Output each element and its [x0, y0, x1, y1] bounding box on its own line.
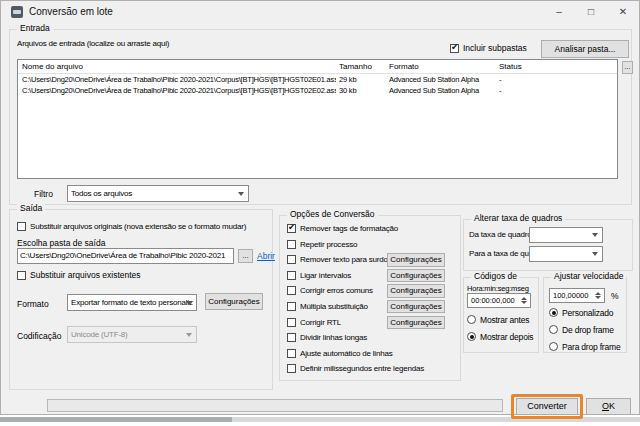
file-status: -: [499, 74, 501, 85]
option-settings-button[interactable]: Configurações: [387, 316, 445, 330]
radio-button[interactable]: [467, 315, 476, 324]
table-row[interactable]: C:\Users\Dng20\OneDrive\Área de Trabalho…: [18, 85, 617, 96]
option-checkbox[interactable]: [287, 333, 296, 342]
radio-button[interactable]: [549, 325, 558, 334]
option-checkbox[interactable]: [287, 224, 296, 233]
frame-rate-to-select[interactable]: [529, 246, 603, 262]
option-label: Ajuste automático de linhas: [300, 349, 392, 358]
file-size: 30 kb: [339, 85, 356, 96]
output-group-title: Saída: [17, 203, 45, 213]
option-label: Corrigir erros comuns: [300, 286, 373, 295]
output-browse-button[interactable]: ...: [238, 249, 253, 263]
filter-value: Todos os arquivos: [71, 189, 132, 198]
format-settings-button[interactable]: Configurações: [205, 293, 263, 310]
time-offset-stepper[interactable]: 00:00:00,000: [467, 293, 531, 308]
time-codes-format-label: Hora:min:seg:mseg: [467, 284, 529, 293]
option-label: Repetir processo: [300, 240, 357, 249]
scan-folder-button[interactable]: Analisar pasta...: [541, 40, 629, 58]
option-row: Ligar intervalos Configurações: [287, 270, 457, 286]
option-checkbox[interactable]: [287, 364, 296, 373]
option-label: Múltipla substituição: [300, 302, 368, 311]
radio-button[interactable]: [467, 332, 476, 341]
option-checkbox[interactable]: [287, 271, 296, 280]
option-checkbox[interactable]: [287, 255, 296, 264]
conversion-options-title: Opções de Conversão: [287, 209, 378, 219]
option-settings-button[interactable]: Configurações: [387, 300, 445, 314]
radio-label: Personalizado: [562, 308, 613, 318]
option-settings-button[interactable]: Configurações: [387, 284, 445, 298]
background-scrollbar-thumb[interactable]: [0, 417, 232, 422]
option-row: Corrigir RTL Configurações: [287, 317, 457, 333]
minimize-icon[interactable]: –: [543, 1, 575, 23]
radio-button[interactable]: [549, 308, 558, 317]
screenshot: Conversão em lote – □ ✕ Entrada Arquivos…: [0, 0, 640, 426]
list-more-button[interactable]: ...: [622, 61, 633, 74]
format-value: Exportar formato de texto personaliz: [71, 298, 193, 307]
format-label: Formato: [17, 299, 49, 309]
overwrite-existing-checkbox[interactable]: [17, 271, 26, 280]
option-row: Repetir processo: [287, 239, 457, 255]
output-folder-value: C:\Users\Dng20\OneDrive\Área de Trabalho…: [20, 251, 225, 260]
encoding-value: Unicode (UTF-8): [71, 330, 128, 339]
ok-rest: K: [609, 401, 615, 411]
encoding-label: Codificação: [17, 331, 61, 341]
frame-rate-group-title: Alterar taxa de quadros: [471, 213, 565, 223]
app-icon: [11, 6, 23, 18]
column-name[interactable]: Nome do arquivo: [22, 60, 336, 74]
file-list-header[interactable]: Nome do arquivo Tamanho Formato Status: [18, 60, 617, 74]
file-rows: C:\Users\Dng20\OneDrive\Área de Trabalho…: [18, 74, 617, 96]
frame-rate-from-select[interactable]: [529, 227, 603, 243]
close-icon[interactable]: ✕: [607, 1, 639, 23]
option-label: Corrigir RTL: [300, 318, 341, 327]
replace-original-label: Substituir arquivos originais (nova exte…: [30, 222, 246, 231]
input-group-title: Entrada: [17, 23, 53, 33]
option-settings-button[interactable]: Configurações: [387, 269, 445, 283]
format-select[interactable]: Exportar formato de texto personaliz: [67, 294, 197, 311]
file-status: -: [499, 85, 501, 96]
filter-select[interactable]: Todos os arquivos: [67, 185, 249, 202]
option-row: Remover texto para surdos Configurações: [287, 254, 457, 270]
option-checkbox[interactable]: [287, 302, 296, 311]
include-subfolders-checkbox[interactable]: [450, 44, 459, 53]
include-subfolders-label: Incluir subpastas: [463, 43, 527, 53]
adjust-speed-group-title: Ajustar velocidade: [551, 271, 626, 281]
option-checkbox[interactable]: [287, 240, 296, 249]
option-row: Remover tags de formatação: [287, 223, 457, 239]
batch-convert-dialog: Conversão em lote – □ ✕ Entrada Arquivos…: [0, 0, 640, 415]
radio-button[interactable]: [549, 342, 558, 351]
encoding-select: Unicode (UTF-8): [67, 326, 197, 343]
column-size[interactable]: Tamanho: [339, 60, 372, 74]
option-row: Múltipla substituição Configurações: [287, 301, 457, 317]
filter-label: Filtro: [34, 189, 53, 199]
option-checkbox[interactable]: [287, 286, 296, 295]
column-format[interactable]: Formato: [389, 60, 419, 74]
option-row: Definir milissegundos entre legendas: [287, 363, 457, 379]
ok-accesskey: O: [602, 401, 609, 411]
open-folder-link[interactable]: Abrir: [257, 251, 275, 261]
option-checkbox[interactable]: [287, 349, 296, 358]
replace-original-checkbox[interactable]: [17, 222, 26, 231]
option-row: Corrigir erros comuns Configurações: [287, 285, 457, 301]
option-row: Ajuste automático de linhas: [287, 348, 457, 364]
maximize-icon[interactable]: □: [575, 1, 607, 23]
progress-bar: [47, 399, 503, 412]
frame-rate-from-label: Da taxa de quadros: [469, 230, 535, 239]
time-offset-value: 00:00:00,000: [471, 296, 515, 305]
conversion-options-list: Remover tags de formatação Repetir proce…: [287, 223, 457, 379]
ok-button[interactable]: OK: [586, 398, 631, 415]
title-bar[interactable]: Conversão em lote – □ ✕: [1, 1, 639, 23]
file-format: Advanced Sub Station Alpha: [389, 74, 479, 85]
input-file-list[interactable]: Nome do arquivo Tamanho Formato Status C…: [17, 59, 618, 179]
option-label: Remover texto para surdos: [300, 255, 392, 264]
option-checkbox[interactable]: [287, 318, 296, 327]
column-status[interactable]: Status: [499, 60, 522, 74]
radio-label: Mostrar depois: [480, 332, 533, 342]
file-path: C:\Users\Dng20\OneDrive\Área de Trabalho…: [22, 85, 336, 96]
table-row[interactable]: C:\Users\Dng20\OneDrive\Área de Trabalho…: [18, 74, 617, 85]
file-path: C:\Users\Dng20\OneDrive\Área de Trabalho…: [22, 74, 336, 85]
option-settings-button[interactable]: Configurações: [387, 253, 445, 267]
option-label: Remover tags de formatação: [300, 224, 398, 233]
speed-stepper[interactable]: 100,00000: [549, 288, 605, 303]
output-folder-field[interactable]: C:\Users\Dng20\OneDrive\Área de Trabalho…: [17, 248, 234, 264]
file-format: Advanced Sub Station Alpha: [389, 85, 479, 96]
